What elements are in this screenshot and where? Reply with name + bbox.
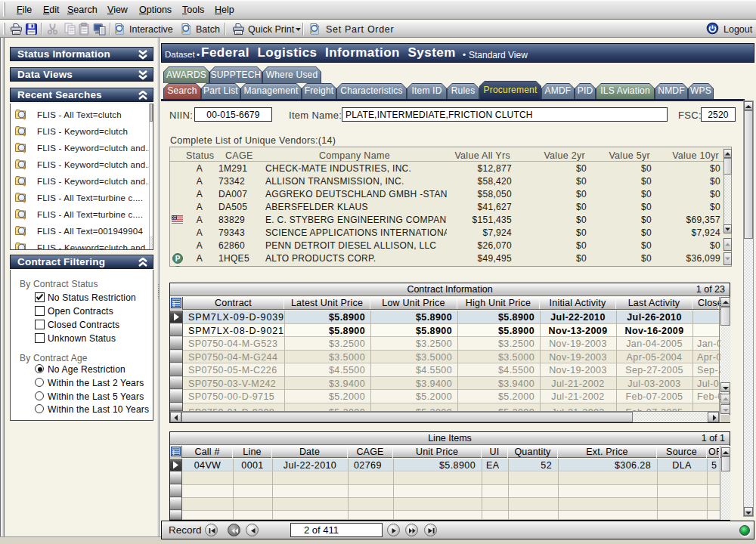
svg-text:P: P xyxy=(175,255,181,263)
